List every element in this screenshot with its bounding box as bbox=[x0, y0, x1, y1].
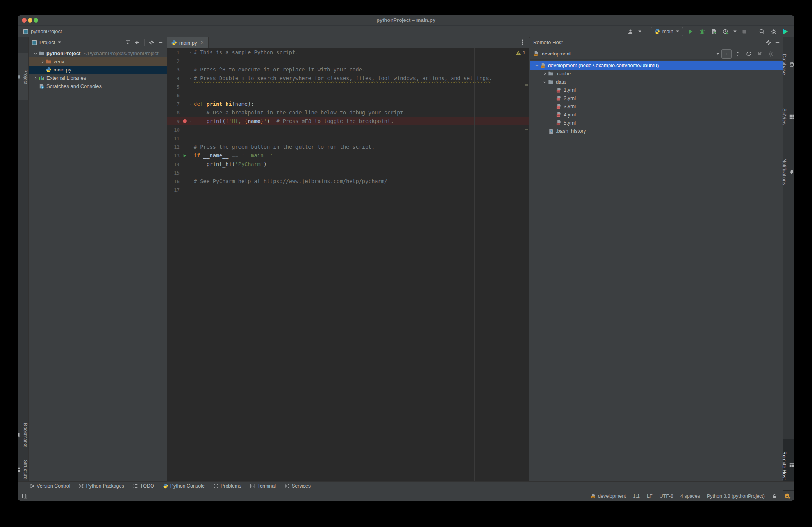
tree-row[interactable]: pythonProject~/PycharmProjects/pythonPro… bbox=[29, 49, 167, 57]
ide-logo-icon[interactable] bbox=[781, 27, 790, 36]
inspections-widget[interactable]: 1 bbox=[516, 50, 525, 55]
server-select[interactable]: development bbox=[533, 51, 720, 57]
code-line-14[interactable]: 14 print_hi('PyCharm') bbox=[167, 160, 529, 168]
tree-row[interactable]: External Libraries bbox=[29, 74, 167, 82]
code-line-6[interactable]: 6 bbox=[167, 91, 529, 100]
project-panel-title[interactable]: Project bbox=[39, 39, 55, 45]
code-line-2[interactable]: 2 bbox=[167, 57, 529, 65]
profiler-button[interactable] bbox=[721, 27, 730, 36]
code-area[interactable]: 1# This is a sample Python script.23# Pr… bbox=[167, 48, 529, 481]
tree-row[interactable]: 1.yml bbox=[530, 86, 783, 94]
chevron-down-icon[interactable] bbox=[57, 41, 61, 45]
tool-window-button-database[interactable]: Database bbox=[783, 41, 794, 88]
code-line-1[interactable]: 1# This is a sample Python script. bbox=[167, 48, 529, 57]
caret-position[interactable]: 1:1 bbox=[633, 493, 640, 499]
lock-open-icon[interactable] bbox=[772, 493, 777, 499]
breakpoint-icon[interactable] bbox=[181, 118, 188, 124]
update-icon[interactable] bbox=[784, 493, 791, 499]
code-line-17[interactable]: 17 bbox=[167, 186, 529, 194]
tree-row[interactable]: development (node2.example.com/home/ubun… bbox=[530, 61, 783, 70]
debug-button[interactable] bbox=[698, 27, 707, 36]
fold-marker-icon[interactable] bbox=[188, 50, 193, 54]
chevron-down-icon[interactable] bbox=[733, 30, 737, 34]
close-icon[interactable] bbox=[755, 50, 764, 58]
tool-window-switcher-icon[interactable] bbox=[21, 493, 28, 499]
chevron-right-icon[interactable] bbox=[542, 71, 548, 77]
tree-row[interactable]: main.py bbox=[29, 66, 167, 74]
tree-row[interactable]: 4.yml bbox=[530, 111, 783, 119]
tool-window-button-python-packages[interactable]: Python Packages bbox=[79, 483, 124, 489]
refresh-icon[interactable] bbox=[744, 50, 753, 58]
tool-window-button-version-control[interactable]: Version Control bbox=[29, 483, 70, 489]
close-icon[interactable]: ✕ bbox=[200, 40, 204, 45]
tool-window-button-sciview[interactable]: SciView bbox=[783, 96, 794, 138]
tab-options-kebab-icon[interactable] bbox=[519, 39, 526, 46]
tool-window-button-project[interactable]: Project bbox=[18, 53, 28, 100]
fold-marker-icon[interactable] bbox=[188, 119, 193, 123]
editor-tab-label: main.py bbox=[179, 40, 197, 46]
run-button[interactable] bbox=[686, 27, 695, 36]
error-stripe-mark[interactable] bbox=[525, 129, 528, 130]
python-interpreter[interactable]: Python 3.8 (pythonProject) bbox=[707, 493, 765, 499]
tool-window-button-todo[interactable]: TODO bbox=[133, 483, 154, 489]
breadcrumb-project[interactable]: pythonProject bbox=[31, 29, 62, 34]
expand-all-icon[interactable] bbox=[125, 39, 131, 45]
code-line-16[interactable]: 16# See PyCharm help at https://www.jetb… bbox=[167, 177, 529, 186]
breadcrumb[interactable]: pythonProject bbox=[18, 29, 62, 34]
chevron-down-icon[interactable] bbox=[32, 50, 38, 56]
chevron-right-icon[interactable] bbox=[32, 75, 38, 81]
hide-icon[interactable] bbox=[158, 39, 164, 45]
tree-row[interactable]: Scratches and Consoles bbox=[29, 82, 167, 90]
user-icon[interactable] bbox=[626, 27, 635, 36]
stop-button[interactable] bbox=[740, 27, 749, 36]
tree-row[interactable]: 2.yml bbox=[530, 94, 783, 102]
tree-row[interactable]: ?.bash_history bbox=[530, 127, 783, 135]
code-line-7[interactable]: 7def print_hi(name): bbox=[167, 100, 529, 108]
line-separator[interactable]: LF bbox=[647, 493, 653, 499]
search-everywhere-icon[interactable] bbox=[758, 27, 766, 36]
tree-row[interactable]: 5.yml bbox=[530, 119, 783, 127]
file-encoding[interactable]: UTF-8 bbox=[660, 493, 673, 499]
editor-tab-main-py[interactable]: main.py ✕ bbox=[167, 37, 209, 48]
tool-window-button-terminal[interactable]: Terminal bbox=[250, 483, 276, 489]
tree-row[interactable]: 3.yml bbox=[530, 102, 783, 111]
code-line-13[interactable]: 13if __name__ == '__main__': bbox=[167, 151, 529, 160]
fold-marker-icon[interactable] bbox=[188, 102, 193, 106]
settings-gear-icon[interactable] bbox=[766, 39, 771, 45]
tool-window-button-python-console[interactable]: Python Console bbox=[163, 483, 205, 489]
tool-window-button-problems[interactable]: Problems bbox=[213, 483, 241, 489]
code-line-8[interactable]: 8 # Use a breakpoint in the code line be… bbox=[167, 108, 529, 117]
code-line-11[interactable]: 11 bbox=[167, 134, 529, 143]
indent-style[interactable]: 4 spaces bbox=[680, 493, 700, 499]
collapse-all-icon[interactable] bbox=[134, 39, 140, 45]
status-remote-host[interactable]: development bbox=[591, 493, 626, 499]
chevron-down-icon[interactable] bbox=[638, 30, 642, 34]
code-line-10[interactable]: 10 bbox=[167, 125, 529, 134]
chevron-right-icon[interactable] bbox=[39, 59, 45, 64]
tree-item-path: ~/PycharmProjects/pythonProject bbox=[83, 50, 159, 56]
code-line-15[interactable]: 15 bbox=[167, 168, 529, 177]
run-gutter-icon[interactable] bbox=[181, 153, 188, 158]
tree-row[interactable]: .cache bbox=[530, 70, 783, 78]
more-button[interactable] bbox=[721, 49, 732, 59]
tree-row[interactable]: venv bbox=[29, 57, 167, 66]
code-line-3[interactable]: 3# Press ^R to execute it or replace it … bbox=[167, 65, 529, 74]
tool-window-button-services[interactable]: Services bbox=[284, 483, 311, 489]
run-with-coverage-button[interactable] bbox=[710, 27, 718, 36]
fold-marker-icon[interactable] bbox=[188, 76, 193, 80]
error-stripe-mark[interactable] bbox=[525, 84, 528, 86]
hide-icon[interactable] bbox=[775, 39, 780, 45]
code-line-4[interactable]: 4# Press Double ⇧ to search everywhere f… bbox=[167, 74, 529, 82]
chevron-down-icon[interactable] bbox=[534, 63, 540, 68]
settings-gear-icon[interactable] bbox=[769, 27, 778, 36]
tree-row[interactable]: data bbox=[530, 78, 783, 86]
chevron-down-icon[interactable] bbox=[542, 79, 548, 85]
settings-gear-icon[interactable] bbox=[149, 39, 155, 45]
tool-window-button-notifications[interactable]: Notifications bbox=[783, 146, 794, 198]
run-configuration-select[interactable]: main bbox=[651, 27, 683, 36]
collapse-all-icon[interactable] bbox=[733, 50, 742, 58]
code-line-9[interactable]: 9 print(f'Hi, {name}') # Press ⌘F8 to to… bbox=[167, 117, 529, 125]
code-line-12[interactable]: 12# Press the green button in the gutter… bbox=[167, 143, 529, 151]
code-line-5[interactable]: 5 bbox=[167, 82, 529, 91]
tool-window-label: Remote Host bbox=[782, 451, 787, 480]
